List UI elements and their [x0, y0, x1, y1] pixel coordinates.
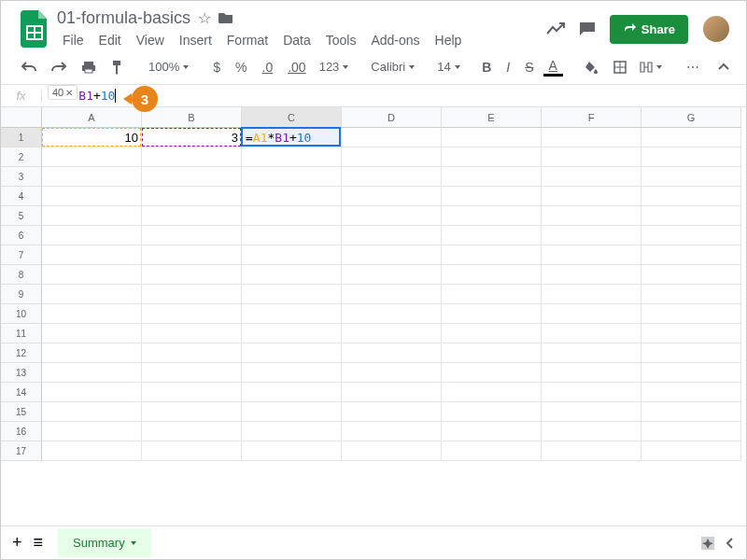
cell-E3[interactable] [442, 167, 542, 187]
cell-G14[interactable] [641, 383, 741, 402]
cell-C9[interactable] [242, 285, 342, 304]
col-header-B[interactable]: B [142, 107, 242, 128]
move-folder-icon[interactable] [218, 11, 233, 24]
col-header-A[interactable]: A [42, 107, 142, 128]
cell-E2[interactable] [442, 147, 542, 167]
cell-D4[interactable] [342, 187, 442, 206]
borders-button[interactable] [608, 57, 632, 77]
cell-B3[interactable] [142, 167, 242, 187]
cell-B4[interactable] [142, 187, 242, 206]
cell-F3[interactable] [542, 167, 641, 187]
cell-C6[interactable] [242, 226, 342, 245]
cell-c1-editing[interactable]: =A1*B1+10 [244, 128, 311, 147]
cell-A17[interactable] [42, 441, 142, 461]
comments-icon[interactable] [578, 21, 597, 37]
row-header-9[interactable]: 9 [1, 285, 42, 304]
cell-F16[interactable] [542, 422, 641, 441]
merge-button[interactable] [636, 60, 666, 75]
row-header-7[interactable]: 7 [1, 245, 42, 265]
menu-help[interactable]: Help [430, 30, 468, 50]
cell-B6[interactable] [142, 226, 242, 245]
cell-G8[interactable] [641, 265, 741, 285]
row-header-15[interactable]: 15 [1, 402, 42, 422]
font-size-dropdown[interactable]: 14 [433, 58, 461, 76]
menu-insert[interactable]: Insert [174, 30, 218, 50]
side-panel-toggle[interactable] [726, 537, 735, 550]
cell-A3[interactable] [42, 167, 142, 187]
doc-title[interactable]: 01-formula-basics [57, 8, 190, 28]
cell-E7[interactable] [442, 245, 542, 265]
cell-A13[interactable] [42, 363, 142, 383]
row-header-5[interactable]: 5 [1, 206, 42, 226]
row-header-10[interactable]: 10 [1, 304, 42, 324]
col-header-E[interactable]: E [442, 107, 542, 128]
row-header-4[interactable]: 4 [1, 187, 42, 206]
cell-A12[interactable] [42, 343, 142, 363]
menu-data[interactable]: Data [277, 30, 317, 50]
italic-button[interactable]: I [500, 56, 515, 78]
cell-F6[interactable] [542, 226, 641, 245]
cell-A4[interactable] [42, 187, 142, 206]
paint-format-icon[interactable] [106, 56, 130, 78]
cell-C5[interactable] [242, 206, 342, 226]
cell-D3[interactable] [342, 167, 442, 187]
cell-D15[interactable] [342, 402, 442, 422]
cell-F1[interactable] [542, 128, 641, 147]
percent-icon[interactable]: % [230, 56, 252, 78]
all-sheets-button[interactable]: ≡ [34, 533, 44, 553]
cell-D1[interactable] [342, 128, 442, 147]
row-header-8[interactable]: 8 [1, 265, 42, 285]
cell-G9[interactable] [641, 285, 741, 304]
cell-E9[interactable] [442, 285, 542, 304]
cell-C14[interactable] [242, 383, 342, 402]
cell-B2[interactable] [142, 147, 242, 167]
cell-D6[interactable] [342, 226, 442, 245]
cell-E4[interactable] [442, 187, 542, 206]
cell-F10[interactable] [542, 304, 641, 324]
cell-G11[interactable] [641, 324, 741, 343]
cell-E14[interactable] [442, 383, 542, 402]
cell-B10[interactable] [142, 304, 242, 324]
avatar[interactable] [701, 14, 731, 44]
cell-A15[interactable] [42, 402, 142, 422]
cell-B17[interactable] [142, 441, 242, 461]
cell-E10[interactable] [442, 304, 542, 324]
cell-F8[interactable] [542, 265, 641, 285]
cell-A16[interactable] [42, 422, 142, 441]
cell-D16[interactable] [342, 422, 442, 441]
row-header-6[interactable]: 6 [1, 226, 42, 245]
select-all-corner[interactable] [1, 107, 42, 128]
cell-G6[interactable] [641, 226, 741, 245]
cell-F14[interactable] [542, 383, 641, 402]
cell-G17[interactable] [641, 441, 741, 461]
cell-E5[interactable] [442, 206, 542, 226]
cell-G10[interactable] [641, 304, 741, 324]
col-header-D[interactable]: D [342, 107, 442, 128]
cell-C2[interactable] [242, 147, 342, 167]
cell-B11[interactable] [142, 324, 242, 343]
row-header-2[interactable]: 2 [1, 147, 42, 167]
cell-C11[interactable] [242, 324, 342, 343]
print-icon[interactable] [76, 57, 102, 77]
cell-B8[interactable] [142, 265, 242, 285]
cell-C3[interactable] [242, 167, 342, 187]
cell-B5[interactable] [142, 206, 242, 226]
cell-D10[interactable] [342, 304, 442, 324]
cell-C13[interactable] [242, 363, 342, 383]
cell-E17[interactable] [442, 441, 542, 461]
cell-D14[interactable] [342, 383, 442, 402]
cell-B1[interactable]: 3 [142, 128, 242, 147]
currency-icon[interactable]: $ [207, 56, 226, 78]
row-header-14[interactable]: 14 [1, 383, 42, 402]
cell-G16[interactable] [641, 422, 741, 441]
cell-F13[interactable] [542, 363, 641, 383]
cell-A5[interactable] [42, 206, 142, 226]
cell-C15[interactable] [242, 402, 342, 422]
trend-icon[interactable] [546, 22, 565, 35]
row-header-12[interactable]: 12 [1, 343, 42, 363]
cell-A8[interactable] [42, 265, 142, 285]
cell-A7[interactable] [42, 245, 142, 265]
share-button[interactable]: Share [610, 15, 688, 44]
col-header-C[interactable]: C [242, 107, 342, 128]
cell-B16[interactable] [142, 422, 242, 441]
